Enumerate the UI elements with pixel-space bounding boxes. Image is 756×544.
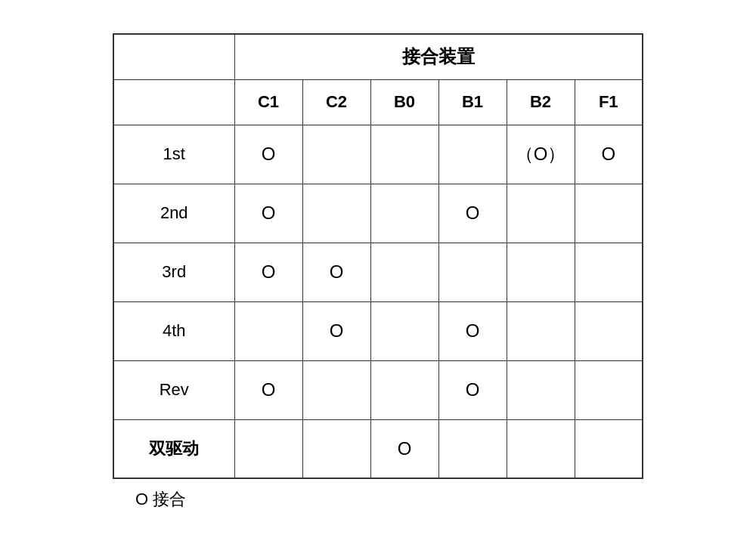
row-label-3: 4th: [113, 301, 234, 360]
legend-text: O 接合: [135, 488, 186, 511]
cell-0-1: [302, 125, 370, 184]
col-header-B1: B1: [438, 79, 507, 125]
cell-3-1: O: [302, 301, 370, 360]
row-label-1: 2nd: [113, 184, 234, 243]
cell-4-0: O: [234, 360, 302, 419]
cell-5-2: O: [370, 419, 438, 478]
cell-0-4: （O）: [507, 125, 575, 184]
cell-2-0: O: [234, 243, 302, 301]
col-header-B2: B2: [507, 79, 575, 125]
cell-4-2: [370, 360, 438, 419]
row-label-4: Rev: [113, 360, 234, 419]
main-header: 接合装置: [234, 34, 643, 79]
cell-1-1: [302, 184, 370, 243]
top-left-empty: [113, 34, 234, 79]
cell-2-2: [370, 243, 438, 301]
cell-2-3: [438, 243, 507, 301]
cell-3-4: [507, 301, 575, 360]
cell-0-5: O: [575, 125, 643, 184]
cell-1-2: [370, 184, 438, 243]
second-left-empty: [113, 79, 234, 125]
col-header-B0: B0: [370, 79, 438, 125]
cell-2-5: [575, 243, 643, 301]
cell-0-2: [370, 125, 438, 184]
row-label-0: 1st: [113, 125, 234, 184]
cell-2-4: [507, 243, 575, 301]
cell-4-5: [575, 360, 643, 419]
cell-3-3: O: [438, 301, 507, 360]
cell-1-3: O: [438, 184, 507, 243]
cell-4-4: [507, 360, 575, 419]
cell-0-3: [438, 125, 507, 184]
cell-5-5: [575, 419, 643, 478]
col-header-C1: C1: [234, 79, 302, 125]
engagement-table: 接合装置C1C2B0B1B2F11stO（O）O2ndOO3rdOO4thOOR…: [113, 33, 643, 479]
cell-0-0: O: [234, 125, 302, 184]
row-label-2: 3rd: [113, 243, 234, 301]
cell-1-4: [507, 184, 575, 243]
cell-3-0: [234, 301, 302, 360]
main-container: 接合装置C1C2B0B1B2F11stO（O）O2ndOO3rdOO4thOOR…: [113, 33, 643, 511]
cell-3-2: [370, 301, 438, 360]
cell-5-3: [438, 419, 507, 478]
cell-5-1: [302, 419, 370, 478]
cell-1-5: [575, 184, 643, 243]
cell-4-1: [302, 360, 370, 419]
cell-3-5: [575, 301, 643, 360]
cell-2-1: O: [302, 243, 370, 301]
col-header-C2: C2: [302, 79, 370, 125]
cell-5-0: [234, 419, 302, 478]
row-label-5: 双驱动: [113, 419, 234, 478]
col-header-F1: F1: [575, 79, 643, 125]
cell-4-3: O: [438, 360, 507, 419]
cell-1-0: O: [234, 184, 302, 243]
cell-5-4: [507, 419, 575, 478]
